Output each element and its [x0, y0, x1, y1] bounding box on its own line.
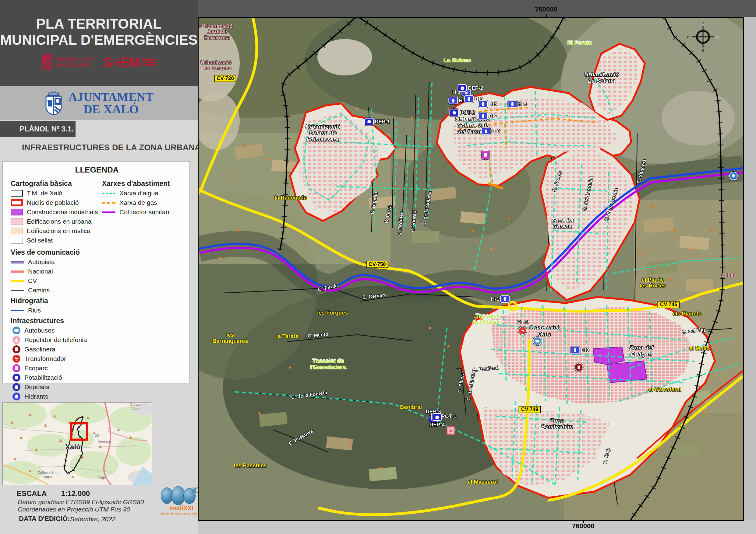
legend-item: Edificacions en rústica [11, 227, 102, 235]
map-point [729, 172, 738, 180]
locator-minimap: Xàbia / JáveaBenissa63CalpCallosa d'en S… [2, 402, 152, 485]
legend-item: Potabilització [11, 374, 183, 382]
legend-item-label: Hidrants [24, 393, 48, 400]
legend-section-vies: Vies de comunicació [11, 248, 183, 257]
map-marker: DEP-2 [457, 84, 483, 92]
legend-item-label: Ecoparc [24, 365, 48, 372]
road-number-label: CV-749 [519, 406, 541, 413]
legend-item-label: Depòsits [24, 383, 49, 391]
legend-item-label: Autobusos [24, 327, 55, 334]
deposit-icon [364, 118, 374, 125]
sidebar-header: PLA TERRITORIAL MUNICIPAL D'EMERGÈNCIES … [0, 0, 198, 86]
bus-icon [533, 337, 542, 346]
legend-item: Xarxa d'aigua [102, 189, 183, 197]
legend-item-label: Nacional [28, 268, 53, 275]
ecoparc-icon [482, 150, 490, 160]
map-marker-label: POT-2 [460, 110, 475, 115]
legend-item: Transformador [11, 355, 183, 363]
utm-coordinate-top: 760000 [535, 6, 557, 13]
legend-item: Sòl sellat [11, 237, 102, 244]
hydrant-icon [508, 100, 517, 108]
industrial-swatch [11, 209, 23, 216]
highway-swatch [11, 261, 24, 264]
potabilization-icon [13, 374, 20, 382]
legend-item: Xarxa de gas [102, 199, 183, 207]
hydrant-icon [478, 100, 488, 108]
legend-item: Repetidor de telefonia [11, 336, 183, 344]
scale-label: ESCALA [17, 489, 47, 497]
hydrant-icon [571, 346, 580, 354]
transformer-icon [518, 326, 527, 335]
ecoparc-icon [13, 364, 20, 372]
map-marker: H-7 [478, 112, 497, 120]
legend-hidrografia-list: Rius [11, 306, 183, 314]
edition-date-value: Setembre, 2022 [70, 516, 116, 523]
legend-vies-list: Autopista Nacional CV Camins [11, 258, 183, 294]
tm-boundary-swatch [11, 190, 23, 196]
map-marker: DEP-1 [364, 118, 390, 125]
sem-logo: S+EM [103, 54, 156, 71]
hydrant-icon [481, 127, 491, 135]
legend-section-xarxes: Xarxes d'abastiment [102, 180, 183, 188]
minimap-label: Callosa d'en Sarrià [38, 471, 58, 479]
sealed-soil-swatch [11, 237, 23, 244]
legend-item: Col·lector sanitari [102, 208, 183, 216]
legend-item-label: Sòl sellat [27, 237, 53, 244]
gas-station-icon [13, 345, 20, 353]
legend-item-label: Edificacions en urbana [27, 218, 92, 225]
hydrant-icon [478, 112, 488, 120]
sewer-collector-swatch [102, 212, 116, 213]
gas-station-icon [575, 363, 583, 372]
map-point [533, 337, 542, 346]
map-marker-label: H-7 [489, 113, 497, 119]
map-marker: POT-2 [449, 109, 475, 116]
deposit-icon [457, 84, 467, 92]
map-bottom-margin [198, 520, 756, 534]
ajuntament-band: AJUNTAMENT DE XALÓ [0, 86, 198, 120]
telephony-repeater-icon [447, 427, 455, 435]
main-map: Urbanització Jardí de BenarrosaUrbanitza… [198, 17, 744, 521]
transformer-icon [13, 355, 20, 363]
map-point [575, 363, 583, 372]
hydrant-icon [500, 295, 510, 303]
legend-item: Rius [11, 306, 183, 314]
legend-item: Autobusos [11, 326, 183, 334]
map-marker-label: DEP-2 [468, 85, 483, 91]
legend-item: Autopista [11, 258, 183, 266]
map-marker-label: H-6 [518, 101, 526, 107]
logo-row: GENERALITAT VALENCIANA S+EM [0, 54, 198, 71]
road-number-label: CV-745 [658, 301, 680, 308]
minimap-label: Calp [97, 476, 105, 480]
generalitat-emblem-icon [42, 55, 52, 70]
legend-item: Nuclis de població [11, 199, 102, 207]
map-marker: H-6 [508, 100, 526, 108]
paths-swatch [11, 290, 24, 291]
ajuntament-shield-icon [44, 91, 63, 115]
ajuntament-logo-text: AJUNTAMENT DE XALÓ [68, 91, 153, 115]
datum-note: Datum geodèsic ETRS89 El·lipsoide GRS80 [18, 498, 144, 506]
rustic-buildings-swatch [11, 228, 23, 234]
legend-item-label: CV [28, 277, 37, 285]
legend-item-label: Gasolinera [24, 346, 55, 353]
map-marker: CT-1 [517, 319, 528, 335]
legend-item: T.M. de Xaló [11, 189, 102, 197]
map-marker-label: DEP-4 [429, 422, 445, 428]
legend-section-cartografia: Cartografia bàsica [11, 180, 102, 188]
legend-item-label: Nuclis de població [27, 199, 79, 206]
legend-item: Hidrants [11, 393, 183, 400]
national-road-swatch [11, 270, 24, 273]
legend: LLEGENDA Cartografia bàsica T.M. de Xaló… [2, 161, 189, 383]
edar-icon [729, 172, 738, 180]
water-network-swatch [102, 192, 116, 194]
map-point [482, 150, 490, 160]
road-number-label: CV-750 [366, 261, 388, 268]
legend-item-label: Potabilització [24, 374, 62, 381]
map-marker: H-8 [481, 127, 500, 135]
legend-item: Ecoparc [11, 364, 183, 372]
legend-section-infraestructures: Infraestructures [11, 317, 183, 325]
legend-title: LLEGENDA [11, 165, 183, 175]
legend-item-label: Transformador [24, 355, 66, 362]
legend-item-label: Rius [28, 307, 41, 314]
projection-note: Coordenades en Projecció UTM Fus 30 [18, 506, 130, 513]
minimap-label: Xàbia / Jávea [127, 402, 144, 411]
